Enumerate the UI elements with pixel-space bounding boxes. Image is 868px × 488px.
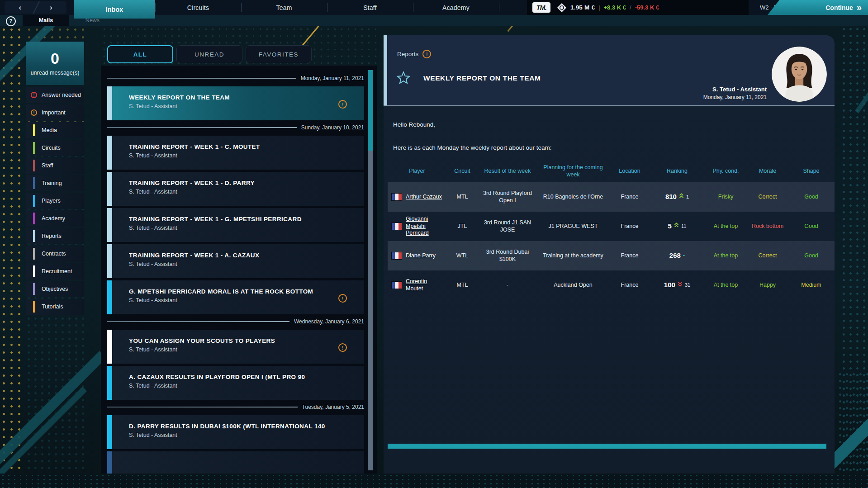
- finance-separator: |: [598, 4, 600, 11]
- ranking-cell: 511: [650, 220, 704, 232]
- unread-label: unread message(s): [31, 70, 80, 76]
- date-separator: Tuesday, January 5, 2021: [107, 402, 364, 412]
- sidebar-item-academy[interactable]: Academy: [26, 210, 84, 227]
- mail-item-color-bar: [107, 451, 112, 474]
- sidebar-item-media[interactable]: Media: [26, 122, 84, 138]
- mail-item-color-bar: [107, 415, 112, 449]
- money-icon: [557, 3, 567, 13]
- mail-scrollbar[interactable]: [368, 70, 373, 470]
- mail-filter-unread[interactable]: UNREAD: [176, 45, 242, 63]
- sidebar-item-objectives[interactable]: Objectives: [26, 281, 84, 297]
- sender-avatar: [772, 47, 827, 102]
- app-root: ‹ › InboxCircuitsTeamStaffAcademySearch …: [0, 0, 868, 488]
- category-color-bar: [33, 213, 35, 224]
- morale-cell: Rock bottom: [747, 221, 788, 232]
- deco-dots-left: [0, 18, 25, 475]
- column-header-planning-for-the-coming-week: Planning for the coming week: [537, 162, 609, 180]
- category-color-bar: [33, 301, 35, 313]
- category-color-bar: [33, 177, 35, 189]
- location-cell: France: [609, 192, 650, 203]
- forward-button[interactable]: ›: [36, 1, 67, 14]
- sidebar-item-staff[interactable]: Staff: [26, 157, 84, 174]
- sidebar-item-tutorials[interactable]: Tutorials: [26, 298, 84, 315]
- player-link[interactable]: Giovanni Mpetshi Perricard: [406, 216, 446, 237]
- tab-mails[interactable]: Mails: [23, 15, 69, 26]
- nav-tab-academy[interactable]: Academy: [413, 0, 499, 15]
- mail-item-sender: S. Tetud - Assistant: [129, 152, 177, 159]
- mail-item[interactable]: [107, 451, 364, 474]
- table-row: Arthur CazauxMTL3rd Round Playford Open …: [388, 182, 835, 212]
- unread-count: 0: [51, 51, 59, 66]
- player-cell: Giovanni Mpetshi Perricard: [388, 214, 446, 239]
- sidebar-item-important[interactable]: !Important: [26, 104, 84, 121]
- balance-value: 1.95 M €: [570, 4, 595, 11]
- sidebar-item-reports[interactable]: Reports: [26, 228, 84, 244]
- player-cell: Corentin Moutet: [388, 276, 446, 294]
- sidebar-item-circuits[interactable]: Circuits: [26, 140, 84, 156]
- category-color-bar: [33, 248, 35, 260]
- rank-steady-icon: -: [683, 252, 685, 259]
- mail-filter-favorites[interactable]: FAVORITES: [246, 45, 312, 63]
- sidebar-item-players[interactable]: Players: [26, 193, 84, 209]
- location-cell: France: [609, 251, 650, 261]
- sidebar-item-recruitment[interactable]: Recruitment: [26, 263, 84, 280]
- nav-tab-inbox[interactable]: Inbox: [74, 0, 155, 19]
- sidebar-item-contracts[interactable]: Contracts: [26, 246, 84, 262]
- player-link[interactable]: Corentin Moutet: [406, 278, 446, 292]
- date-separator: Wednesday, January 6, 2021: [107, 317, 364, 327]
- sidebar-item-training[interactable]: Training: [26, 175, 84, 191]
- category-color-bar: [33, 230, 35, 242]
- sidebar-item-label: Important: [42, 109, 66, 116]
- mail-alert-icon: !: [338, 343, 347, 352]
- continue-button[interactable]: Continue »: [768, 0, 868, 15]
- separator-line: [107, 321, 289, 322]
- deco-stripe-bottomleft-1: [0, 351, 106, 473]
- mail-item[interactable]: TRAINING REPORT - WEEK 1 - C. MOUTETS. T…: [107, 136, 364, 170]
- mail-alert-icon: !: [338, 294, 347, 303]
- separator-date: Wednesday, January 6, 2021: [294, 318, 364, 325]
- ranking-cell: 8101: [650, 191, 704, 203]
- scrollbar-thumb[interactable]: [368, 70, 373, 151]
- player-link[interactable]: Arthur Cazaux: [406, 194, 442, 201]
- mail-filter-tabs: ALLUNREADFAVORITES: [107, 45, 312, 63]
- top-bar: ‹ › InboxCircuitsTeamStaffAcademySearch …: [0, 0, 868, 15]
- main-nav-tabs: InboxCircuitsTeamStaffAcademySearch: [74, 0, 585, 15]
- help-icon[interactable]: ?: [6, 16, 16, 26]
- mail-item-title: TRAINING REPORT - WEEK 1 - D. PARRY: [129, 180, 332, 186]
- separator-line: [107, 407, 298, 407]
- mail-filter-all[interactable]: ALL: [107, 45, 173, 63]
- morale-cell: Happy: [747, 280, 788, 291]
- alert-icon: !: [31, 92, 37, 98]
- location-cell: France: [609, 280, 650, 291]
- mail-item[interactable]: TRAINING REPORT - WEEK 1 - A. CAZAUXS. T…: [107, 244, 364, 278]
- breadcrumb: Reports !: [397, 50, 431, 58]
- tm-logo: TM.: [532, 2, 550, 13]
- back-button[interactable]: ‹: [5, 1, 36, 14]
- mail-item[interactable]: TRAINING REPORT - WEEK 1 - G. MPETSHI PE…: [107, 208, 364, 242]
- nav-tab-staff[interactable]: Staff: [327, 0, 413, 15]
- separator-date: Monday, January 11, 2021: [301, 75, 364, 81]
- deco-stripe-bottomleft-2: [0, 387, 87, 488]
- mail-item[interactable]: D. PARRY RESULTS IN DUBAI $100K (WTL INT…: [107, 415, 364, 449]
- report-greeting: Hello Rebound,: [393, 121, 435, 128]
- alert-ring: !: [338, 100, 347, 109]
- date-separator: Sunday, January 10, 2021: [107, 123, 364, 133]
- alert-icon: !: [31, 109, 37, 116]
- ranking-wrap: 268-: [651, 251, 703, 260]
- nav-tab-circuits[interactable]: Circuits: [155, 0, 241, 15]
- mail-item[interactable]: G. MPETSHI PERRICARD MORAL IS AT THE ROC…: [107, 280, 364, 314]
- column-header-circuit: Circuit: [446, 166, 478, 177]
- mail-item[interactable]: YOU CAN ASSIGN YOUR SCOUTS TO PLAYERSS. …: [107, 330, 364, 364]
- mail-item-color-bar: [107, 244, 112, 278]
- nav-tab-team[interactable]: Team: [241, 0, 327, 15]
- result-cell: 3rd Round Dubai $100K: [478, 247, 537, 265]
- sidebar-item-answer-needed[interactable]: !Answer needed: [26, 87, 84, 103]
- mail-item[interactable]: A. CAZAUX RESULTS IN PLAYFORD OPEN I (MT…: [107, 366, 364, 400]
- favorite-star-icon[interactable]: [396, 71, 411, 85]
- mail-list-panel: ALLUNREADFAVORITES Monday, January 11, 2…: [101, 26, 377, 474]
- mail-item[interactable]: WEEKLY REPORT ON THE TEAMS. Tetud - Assi…: [107, 86, 364, 120]
- ranking-cell: 10031: [650, 279, 704, 291]
- mail-item[interactable]: TRAINING REPORT - WEEK 1 - D. PARRYS. Te…: [107, 172, 364, 206]
- ranking-change: 11: [681, 223, 686, 230]
- player-link[interactable]: Diane Parry: [406, 252, 436, 260]
